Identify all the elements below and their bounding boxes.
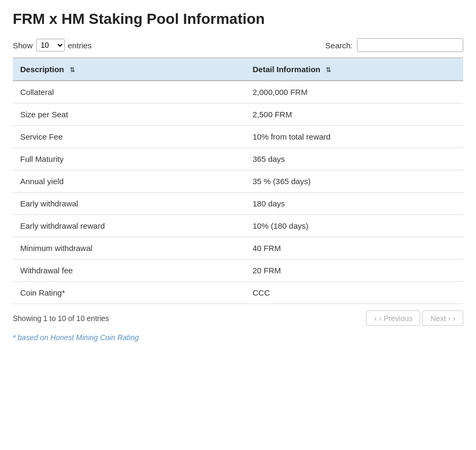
detail-sort-icon: ⇅ <box>326 66 331 74</box>
cell-description: Annual yield <box>13 170 245 193</box>
table-row: Early withdrawal reward10% (180 days) <box>13 215 463 237</box>
controls-row: Show 102550100 entries Search: <box>13 38 463 52</box>
col-detail[interactable]: Detail Information ⇅ <box>245 58 463 81</box>
show-label: Show <box>13 41 33 50</box>
cell-detail: 365 days <box>245 148 463 170</box>
cell-detail: 2,000,000 FRM <box>245 81 463 103</box>
cell-detail: 20 FRM <box>245 259 463 282</box>
cell-detail: 2,500 FRM <box>245 103 463 126</box>
cell-description: Coin Rating* <box>13 282 245 304</box>
col-detail-label: Detail Information <box>252 65 320 74</box>
showing-text: Showing 1 to 10 of 10 entries <box>13 314 109 323</box>
footer-row: Showing 1 to 10 of 10 entries ‹ Previous… <box>13 310 463 326</box>
pagination: ‹ Previous Next › <box>366 310 463 326</box>
col-description-label: Description <box>20 65 64 74</box>
cell-description: Minimum withdrawal <box>13 237 245 259</box>
previous-button[interactable]: ‹ Previous <box>366 310 420 326</box>
table-body: Collateral2,000,000 FRMSize per Seat2,50… <box>13 81 463 304</box>
search-label: Search: <box>325 41 353 50</box>
entries-label: entries <box>68 41 92 50</box>
data-table: Description ⇅ Detail Information ⇅ Colla… <box>13 57 463 304</box>
search-box: Search: <box>325 38 463 52</box>
table-row: Collateral2,000,000 FRM <box>13 81 463 103</box>
cell-detail: 10% from total reward <box>245 126 463 148</box>
table-row: Coin Rating*CCC <box>13 282 463 304</box>
table-row: Size per Seat2,500 FRM <box>13 103 463 126</box>
cell-description: Size per Seat <box>13 103 245 126</box>
description-sort-icon: ⇅ <box>70 66 75 74</box>
table-row: Early withdrawal180 days <box>13 193 463 215</box>
search-input[interactable] <box>357 38 463 52</box>
cell-description: Full Maturity <box>13 148 245 170</box>
cell-detail: CCC <box>245 282 463 304</box>
footnote: * based on Honest Mining Coin Rating <box>13 333 463 342</box>
cell-description: Service Fee <box>13 126 245 148</box>
cell-description: Collateral <box>13 81 245 103</box>
page-title: FRM x HM Staking Pool Information <box>13 11 463 28</box>
entries-select[interactable]: 102550100 <box>36 39 65 51</box>
table-row: Annual yield35 % (365 days) <box>13 170 463 193</box>
cell-detail: 10% (180 days) <box>245 215 463 237</box>
cell-detail: 180 days <box>245 193 463 215</box>
table-row: Withdrawal fee20 FRM <box>13 259 463 282</box>
table-header: Description ⇅ Detail Information ⇅ <box>13 58 463 81</box>
show-entries-control: Show 102550100 entries <box>13 39 92 51</box>
cell-description: Withdrawal fee <box>13 259 245 282</box>
table-row: Full Maturity365 days <box>13 148 463 170</box>
cell-description: Early withdrawal <box>13 193 245 215</box>
cell-description: Early withdrawal reward <box>13 215 245 237</box>
cell-detail: 40 FRM <box>245 237 463 259</box>
cell-detail: 35 % (365 days) <box>245 170 463 193</box>
header-row: Description ⇅ Detail Information ⇅ <box>13 58 463 81</box>
table-row: Service Fee10% from total reward <box>13 126 463 148</box>
table-row: Minimum withdrawal40 FRM <box>13 237 463 259</box>
col-description[interactable]: Description ⇅ <box>13 58 245 81</box>
next-button[interactable]: Next › <box>422 310 463 326</box>
